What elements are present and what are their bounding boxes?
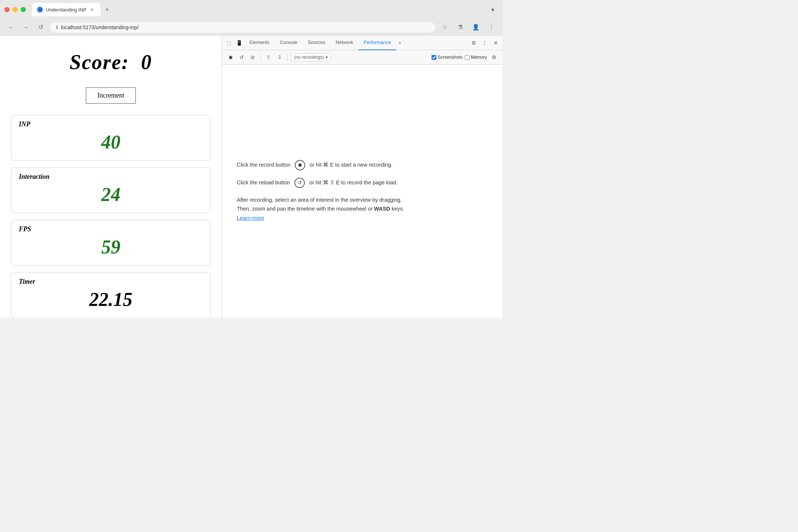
clear-button[interactable]: ⊘ [248,52,258,62]
metric-card-timer: Timer 22.15 [11,272,211,318]
score-label: Score: [69,51,129,74]
toolbar-divider-2 [287,54,288,61]
webpage-content: Score: 0 Increment INP 40 Interaction 24… [0,35,222,318]
description-line2: Then, zoom and pan the timeline with the… [237,206,374,212]
url-field[interactable]: ℹ localhost:5173/understanding-inp/ [50,22,435,33]
capture-settings-icon[interactable]: ⚙ [489,52,499,62]
recordings-dropdown[interactable]: (no recordings) ▾ [291,53,331,61]
devtools-toolbar: ⏺ ↺ ⊘ ⇧ ⇩ (no recordings) ▾ Screenshots [222,50,502,65]
metric-value-inp: 40 [19,131,203,153]
learn-more-link[interactable]: Learn more [237,215,264,221]
tab-dropdown-button[interactable]: ▾ [488,4,498,15]
record-button[interactable]: ⏺ [226,52,235,62]
forward-button[interactable]: → [21,22,31,33]
more-tabs-button[interactable]: » [396,40,403,45]
reload-instruction-before: Click the reload button [237,179,290,187]
browser-window: 🔵 Understanding INP ✕ + ▾ ← → ↺ ℹ localh… [0,0,502,318]
score-value: 0 [141,51,152,74]
memory-label: Memory [471,55,487,60]
tab-console[interactable]: Console [274,35,303,50]
minimize-traffic-light[interactable] [13,7,18,12]
devtools-settings-icon[interactable]: ⚙ [468,38,479,48]
reload-icon-circle: ↺ [294,178,305,188]
metric-label-fps: FPS [19,225,203,233]
metric-label-timer: Timer [19,278,203,286]
record-instruction-row: Click the record button ⏺ or hit ⌘ E to … [237,160,488,170]
tab-close-button[interactable]: ✕ [89,7,95,13]
memory-checkbox-label[interactable]: Memory [465,55,487,60]
devtools-content: Click the record button ⏺ or hit ⌘ E to … [222,65,502,318]
memory-checkbox[interactable] [465,55,470,60]
screenshots-checkbox[interactable] [432,55,436,60]
back-button[interactable]: ← [6,22,16,33]
metric-label-interaction: Interaction [19,173,203,181]
new-tab-button[interactable]: + [102,4,112,15]
profile-icon[interactable]: 👤 [471,22,481,33]
score-title: Score: 0 [11,50,211,74]
record-instruction-before: Click the record button [237,161,290,169]
upload-button[interactable]: ⇧ [264,52,273,62]
devtools-more-options-icon[interactable]: ⋮ [480,38,490,48]
record-instruction-after: or hit ⌘ E to start a new recording. [310,161,393,169]
browser-toolbar-icons: ☆ ⚗ 👤 ⋮ [440,22,497,33]
bookmark-icon[interactable]: ☆ [440,22,450,33]
title-bar: 🔵 Understanding INP ✕ + ▾ [0,0,502,19]
tab-elements[interactable]: Elements [244,35,274,50]
devtools-panel: ⬚ 📱 Elements Console Sources Network Per… [222,35,502,318]
url-text: localhost:5173/understanding-inp/ [61,24,139,30]
tab-title: Understanding INP [46,7,86,13]
address-bar: ← → ↺ ℹ localhost:5173/understanding-inp… [0,19,502,35]
secure-icon: ℹ [56,24,58,30]
perf-settings-group: Screenshots Memory ⚙ [432,52,499,62]
metric-value-interaction: 24 [19,184,203,205]
description-block: After recording, select an area of inter… [237,195,488,223]
devtools-controls: ⚙ ⋮ ✕ [468,38,501,48]
traffic-lights [4,7,26,12]
devtools-device-icon[interactable]: 📱 [234,38,244,48]
main-area: Score: 0 Increment INP 40 Interaction 24… [0,35,502,318]
flask-icon[interactable]: ⚗ [455,22,466,33]
devtools-close-button[interactable]: ✕ [491,38,501,48]
browser-tab-understanding-inp[interactable]: 🔵 Understanding INP ✕ [32,3,100,16]
metric-card-interaction: Interaction 24 [11,167,211,213]
maximize-traffic-light[interactable] [21,7,26,12]
download-button[interactable]: ⇩ [275,52,284,62]
increment-button[interactable]: Increment [86,87,136,104]
menu-icon[interactable]: ⋮ [486,22,497,33]
record-icon-circle: ⏺ [295,160,305,170]
tab-performance[interactable]: Performance [358,35,396,50]
metric-card-fps: FPS 59 [11,220,211,266]
screenshots-label: Screenshots [438,55,463,60]
metric-value-fps: 59 [19,236,203,258]
screenshots-checkbox-label[interactable]: Screenshots [432,55,463,60]
tab-favicon: 🔵 [37,7,43,13]
reload-instruction-row: Click the reload button ↺ or hit ⌘ ⇧ E t… [237,178,488,188]
recordings-dropdown-icon: ▾ [325,55,328,60]
reload-instruction-after: or hit ⌘ ⇧ E to record the page load. [309,179,398,187]
wasd-label: WASD [374,206,391,212]
reload-record-button[interactable]: ↺ [237,52,246,62]
metric-label-inp: INP [19,120,203,128]
devtools-inspect-icon[interactable]: ⬚ [224,38,234,48]
tab-bar: 🔵 Understanding INP ✕ + ▾ [32,3,498,16]
tab-sources[interactable]: Sources [303,35,331,50]
devtools-tabs: ⬚ 📱 Elements Console Sources Network Per… [222,35,502,50]
description-line2-end: keys. [390,206,404,212]
score-display: Score: 0 [11,50,211,74]
close-traffic-light[interactable] [4,7,10,12]
metric-value-timer: 22.15 [19,289,203,310]
refresh-button[interactable]: ↺ [35,22,46,33]
description-line1: After recording, select an area of inter… [237,197,402,203]
tab-network[interactable]: Network [331,35,359,50]
recordings-placeholder: (no recordings) [294,55,324,60]
toolbar-divider-1 [260,54,261,61]
metric-card-inp: INP 40 [11,115,211,161]
